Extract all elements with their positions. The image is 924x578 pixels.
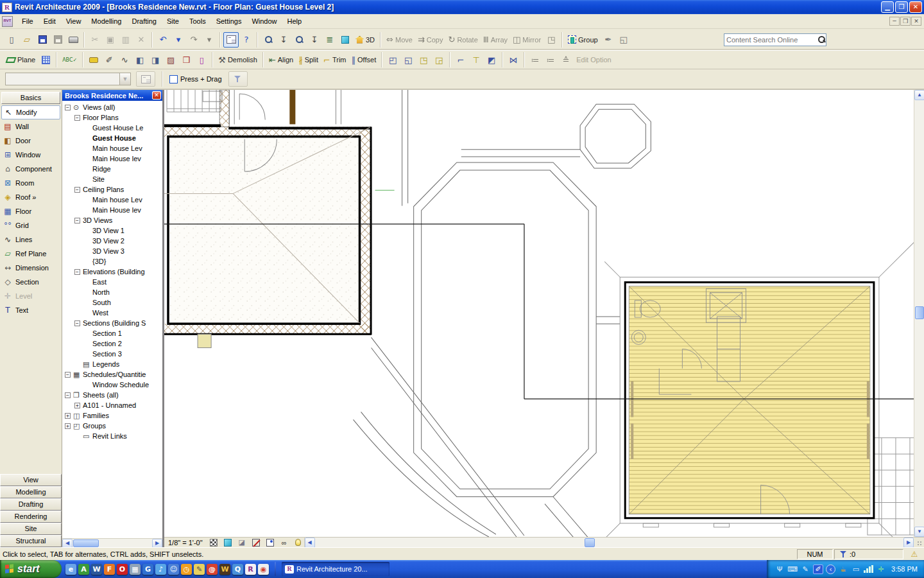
door-right-button[interactable]: ◨ [148,52,163,67]
tree-node-site[interactable]: Site [62,174,162,184]
tree-node-elevations-building[interactable]: −Elevations (Building [62,267,162,277]
revit-launch-icon[interactable]: R [245,564,256,575]
draw-icon[interactable]: ✎ [194,564,205,575]
dynamic-view-dropdown[interactable]: ↧ [276,32,291,48]
work-plane-button[interactable]: Plane [4,52,38,67]
menu-item-file[interactable]: File [17,15,38,27]
sidebar-item-grid[interactable]: °°Grid [0,218,62,232]
tab-rendering[interactable]: Rendering [0,511,62,523]
pb-scroll-left-icon[interactable]: ◀ [62,539,73,548]
tablet-icon[interactable]: ✐ [813,565,823,574]
project-browser-titlebar[interactable]: Brooks Residence Ne... ✕ [62,90,162,101]
undo-dropdown[interactable]: ▾ [171,32,186,48]
scroll-right-icon[interactable]: ▶ [903,538,914,548]
tree-expand-collapse-icon[interactable]: − [74,218,80,223]
tree-expand-expand-icon[interactable]: + [74,403,80,408]
menu-item-site[interactable]: Site [162,15,184,27]
drawing-area[interactable]: ▲ ▼ 1/8" = 1'-0" ◪∞ ◀ ▶ [164,90,924,547]
signal-icon[interactable] [864,565,873,573]
content-search-input[interactable] [726,36,817,44]
pb-scroll-thumb[interactable] [73,539,99,547]
menu-item-view[interactable]: View [61,15,87,27]
sidebar-item-window[interactable]: ⊞Window [0,148,62,162]
split-face-button[interactable]: ⊤ [468,52,484,67]
mdi-restore-button[interactable]: ❒ [900,17,911,26]
tree-expand-collapse-icon[interactable]: − [65,105,71,110]
menu-item-window[interactable]: Window [246,15,282,27]
minimize-button[interactable]: ▁ [881,1,894,13]
view-scale-control[interactable]: 1/8" = 1'-0" [164,539,208,547]
tree-expand-collapse-icon[interactable]: − [65,372,71,378]
firefox-icon[interactable]: F [104,564,115,575]
opening-tool-button[interactable]: ◩ [484,52,499,67]
timer-icon[interactable]: ◷ [181,564,192,575]
sidebar-item-roof[interactable]: ◈Roof » [0,190,62,204]
sidebar-item-wall[interactable]: ▤Wall [0,119,62,134]
floor-plan-drawing[interactable] [164,90,914,537]
tree-node-groups[interactable]: +◰Groups [62,421,162,431]
design-bar-header[interactable]: Basics [1,92,60,104]
help-mode-button[interactable]: ? [239,32,254,48]
java-icon[interactable]: ☕ [838,565,848,574]
mail-icon[interactable]: @ [207,564,218,575]
sidebar-item-floor[interactable]: ▦Floor [0,204,62,218]
tree-node-main-house-lev[interactable]: Main House lev [62,153,162,164]
wall-join-button-2[interactable]: ◱ [400,52,416,67]
undo-button[interactable]: ↶ [155,32,171,48]
project-browser-toggle[interactable] [223,32,239,48]
itunes-icon[interactable]: ♪ [155,564,166,575]
search-icon[interactable] [817,35,824,44]
menu-item-help[interactable]: Help [282,15,307,27]
tree-node-views-all[interactable]: −⊙Views (all) [62,102,162,112]
tree-node-main-house-lev[interactable]: Main house Lev [62,195,162,205]
quicktime-icon[interactable]: Q [232,564,243,575]
menu-item-settings[interactable]: Settings [211,15,247,27]
tab-site[interactable]: Site [0,523,62,535]
tree-node-north[interactable]: North [62,287,162,297]
thin-lines-button[interactable]: ≣ [322,32,338,48]
paintbrush-button[interactable]: ▨ [163,52,178,67]
tree-node-3d-views[interactable]: −3D Views [62,215,162,225]
floor-plan-view[interactable] [164,90,914,537]
menu-item-modelling[interactable]: Modelling [86,15,126,27]
tree-node-legends[interactable]: ▤Legends [62,359,162,369]
detail-level-button[interactable] [208,538,219,547]
crop-region-button[interactable] [264,538,276,547]
wall-join-button-3[interactable]: ◳ [416,52,431,67]
temporary-hide-button[interactable] [293,538,304,547]
type-selector-combo[interactable]: ▼ [5,73,131,85]
transfer-standards-button[interactable]: ❒ [178,52,194,67]
model-graphics-button[interactable] [222,538,234,547]
tree-node-main-house-lev[interactable]: Main house Lev [62,143,162,153]
tree-node-3d-view-3[interactable]: 3D View 3 [62,246,162,256]
corner-join-button[interactable]: ⌐ [453,52,468,67]
warning-icon[interactable]: ⚠ [905,550,924,559]
scroll-left-icon[interactable]: ◀ [305,538,315,548]
pb-scroll-right-icon[interactable]: ▶ [152,539,162,548]
menu-item-drafting[interactable]: Drafting [126,15,162,27]
updates-icon[interactable]: ✛ [876,565,886,574]
tape-measure-button[interactable] [86,52,101,67]
tree-node-sheets-all[interactable]: −❐Sheets (all) [62,390,162,400]
tree-node-3d[interactable]: {3D} [62,256,162,267]
tab-structural[interactable]: Structural [0,535,62,547]
tree-node-guest-house[interactable]: Guest House [62,133,162,143]
start-button[interactable]: start [0,560,62,578]
vertical-scrollbar[interactable]: ▲ ▼ [914,90,924,537]
zoom-dropdown[interactable]: ↧ [307,32,322,48]
sidebar-item-dimension[interactable]: ↔Dimension [0,261,62,275]
align-button[interactable]: ⇤Align [266,52,296,67]
tree-node-schedules-quantitie[interactable]: −▦Schedules/Quantitie [62,369,162,380]
arcmap-icon[interactable]: A [78,564,89,575]
calculator-icon[interactable]: ▦ [130,564,141,575]
chrome-icon[interactable]: ◉ [258,564,269,575]
work-grid-button[interactable] [38,52,53,67]
element-properties-button[interactable] [136,71,155,87]
tab-modelling[interactable]: Modelling [0,486,62,498]
network-icon[interactable]: ▭ [851,565,861,574]
press-drag-checkbox[interactable] [169,75,178,83]
spelling-button[interactable]: ABC✓ [60,52,80,67]
group-button[interactable]: Group [565,32,601,48]
dynamic-view-button[interactable] [261,32,276,48]
tree-node-floor-plans[interactable]: −Floor Plans [62,112,162,123]
